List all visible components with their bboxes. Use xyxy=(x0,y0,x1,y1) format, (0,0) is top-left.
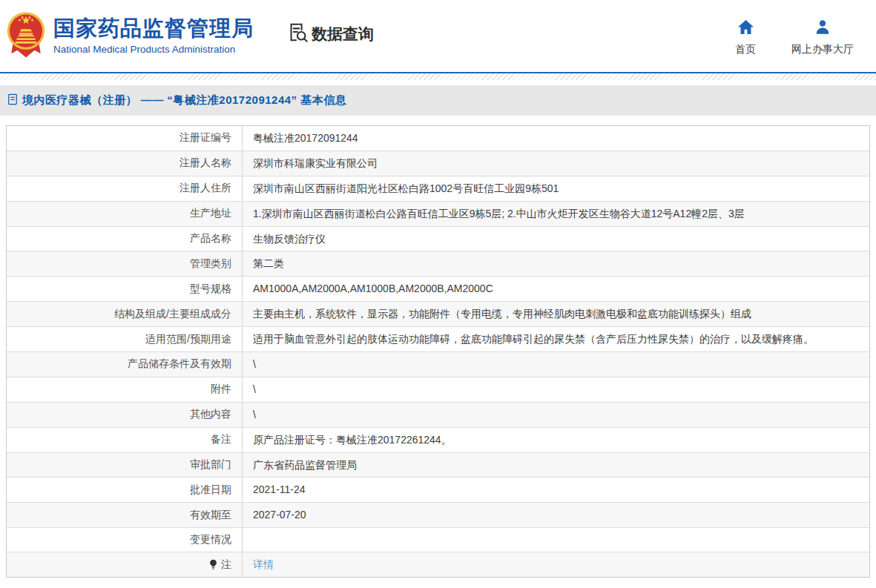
row-value-text: 原产品注册证号：粤械注准20172261244。 xyxy=(253,433,452,447)
table-row: 结构及组成/主要组成成分主要由主机，系统软件，显示器，功能附件（专用电缆，专用神… xyxy=(7,302,869,327)
row-label: 注 xyxy=(7,552,243,577)
row-value: 深圳市南山区西丽街道阳光社区松白路1002号百旺信工业园9栋501 xyxy=(243,176,869,201)
table-row: 适用范围/预期用途适用于脑血管意外引起的肢体运动功能障碍，盆底功能障碍引起的尿失… xyxy=(7,327,869,352)
row-label-text: 产品名称 xyxy=(190,232,231,245)
row-label: 变更情况 xyxy=(7,528,243,552)
row-label: 审批部门 xyxy=(7,453,243,478)
row-label-text: 其他内容 xyxy=(190,408,231,421)
row-label-text: 注册人名称 xyxy=(180,156,231,170)
row-value: 第二类 xyxy=(243,251,869,276)
row-label: 有效期至 xyxy=(7,503,243,527)
row-value-text: 1.深圳市南山区西丽街道松白公路百旺信工业区9栋5层; 2.中山市火炬开发区生物… xyxy=(253,207,745,221)
row-label: 适用范围/预期用途 xyxy=(7,327,243,351)
row-label-text: 型号规格 xyxy=(190,283,231,296)
row-value-text: 适用于脑血管意外引起的肢体运动功能障碍，盆底功能障碍引起的尿失禁（含产后压力性尿… xyxy=(253,332,814,346)
table-row: 审批部门广东省药品监督管理局 xyxy=(7,453,869,478)
row-value: 粤械注准20172091244 xyxy=(243,126,869,151)
row-label: 注册人住所 xyxy=(7,176,243,201)
row-label-text: 备注 xyxy=(211,433,231,446)
nav-label-home: 首页 xyxy=(735,43,756,56)
row-value: AM1000A,AM2000A,AM1000B,AM2000B,AM2000C xyxy=(243,277,869,301)
nav-label-service-hall: 网上办事大厅 xyxy=(791,43,854,56)
row-value-text: \ xyxy=(253,383,256,397)
row-value-text: \ xyxy=(253,408,256,422)
nav-item-service-hall[interactable]: 网上办事大厅 xyxy=(791,19,854,56)
table-row: 注册人名称深圳市科瑞康实业有限公司 xyxy=(7,151,869,176)
row-label: 备注 xyxy=(7,428,243,452)
row-value xyxy=(243,528,869,552)
table-row: 产品名称生物反馈治疗仪 xyxy=(7,227,869,252)
user-icon xyxy=(814,19,831,38)
row-value-text: 粤械注准20172091244 xyxy=(253,131,358,145)
row-value: 2027-07-20 xyxy=(243,503,869,527)
breadcrumb-bar: 境内医疗器械（注册） —— “粤械注准20172091244” 基本信息 xyxy=(0,85,876,116)
row-label: 附件 xyxy=(7,377,243,402)
brand-text: 国家药品监督管理局 National Medical Products Admi… xyxy=(53,17,254,55)
table-row: 批准日期2021-11-24 xyxy=(7,478,869,503)
row-label: 注册人名称 xyxy=(7,151,243,176)
nav-item-home[interactable]: 首页 xyxy=(735,19,756,56)
table-row: 产品储存条件及有效期\ xyxy=(7,352,869,377)
row-label-text: 变更情况 xyxy=(190,533,231,546)
row-label-text: 附件 xyxy=(211,383,231,396)
row-label-text: 注 xyxy=(221,558,231,572)
row-value-text: 2021-11-24 xyxy=(253,483,306,497)
hatch-strip xyxy=(0,73,876,80)
row-value-text: 深圳市南山区西丽街道阳光社区松白路1002号百旺信工业园9栋501 xyxy=(253,182,559,196)
document-icon xyxy=(7,93,18,108)
row-label-text: 生产地址 xyxy=(190,207,231,220)
row-value-text: 生物反馈治疗仪 xyxy=(253,232,326,246)
row-value: 广东省药品监督管理局 xyxy=(243,453,869,478)
row-label: 产品名称 xyxy=(7,227,243,251)
table-row: 管理类别第二类 xyxy=(7,251,869,277)
row-label: 管理类别 xyxy=(7,251,243,276)
site-subtitle: National Medical Products Administration xyxy=(53,44,254,55)
row-value: 主要由主机，系统软件，显示器，功能附件（专用电缆，专用神经肌肉电刺激电极和盆底功… xyxy=(243,302,869,326)
home-icon xyxy=(737,19,754,38)
table-row: 注册人住所深圳市南山区西丽街道阳光社区松白路1002号百旺信工业园9栋501 xyxy=(7,176,869,202)
row-value-text: 深圳市科瑞康实业有限公司 xyxy=(253,156,378,171)
table-row: 其他内容\ xyxy=(7,403,869,428)
row-value-text: 2027-07-20 xyxy=(253,508,306,522)
document-search-icon xyxy=(286,22,309,47)
row-label: 型号规格 xyxy=(7,277,243,301)
row-label-text: 注册证编号 xyxy=(180,131,231,145)
table-row: 变更情况 xyxy=(7,528,869,552)
table-row: 注册证编号粤械注准20172091244 xyxy=(7,126,869,151)
site-title: 国家药品监督管理局 xyxy=(53,17,254,41)
row-value-text: 广东省药品监督管理局 xyxy=(253,458,357,472)
info-table: 注册证编号粤械注准20172091244注册人名称深圳市科瑞康实业有限公司注册人… xyxy=(6,125,870,578)
data-query-tab[interactable]: 数据查询 xyxy=(286,22,374,47)
row-value: 适用于脑血管意外引起的肢体运动功能障碍，盆底功能障碍引起的尿失禁（含产后压力性尿… xyxy=(243,327,869,351)
page: 国家药品监督管理局 National Medical Products Admi… xyxy=(0,0,876,588)
row-label: 生产地址 xyxy=(7,202,243,226)
table-row: 附件\ xyxy=(7,377,869,403)
row-label-text: 有效期至 xyxy=(190,509,231,522)
row-value: 1.深圳市南山区西丽街道松白公路百旺信工业区9栋5层; 2.中山市火炬开发区生物… xyxy=(243,202,869,226)
row-value: \ xyxy=(243,377,869,402)
row-label: 注册证编号 xyxy=(7,126,243,151)
data-query-label: 数据查询 xyxy=(312,24,374,44)
row-value: 原产品注册证号：粤械注准20172261244。 xyxy=(243,428,869,452)
row-label-text: 审批部门 xyxy=(190,458,231,472)
row-label-text: 适用范围/预期用途 xyxy=(145,333,231,346)
row-label-text: 批准日期 xyxy=(190,483,231,497)
table-row: 有效期至2027-07-20 xyxy=(7,503,869,528)
page-title: 境内医疗器械（注册） —— “粤械注准20172091244” 基本信息 xyxy=(22,93,346,108)
table-row: 生产地址1.深圳市南山区西丽街道松白公路百旺信工业区9栋5层; 2.中山市火炬开… xyxy=(7,202,869,227)
row-label: 结构及组成/主要组成成分 xyxy=(7,302,243,326)
row-label-text: 管理类别 xyxy=(190,257,231,271)
bulb-icon xyxy=(209,559,217,572)
row-value-text: \ xyxy=(253,357,256,371)
row-label-text: 结构及组成/主要组成成分 xyxy=(114,308,231,321)
row-value: 详情 xyxy=(243,552,869,577)
detail-link[interactable]: 详情 xyxy=(253,558,274,572)
table-row: 备注原产品注册证号：粤械注准20172261244。 xyxy=(7,428,869,453)
row-label: 产品储存条件及有效期 xyxy=(7,352,243,377)
row-value: 2021-11-24 xyxy=(243,478,869,502)
row-label-text: 注册人住所 xyxy=(180,182,231,195)
row-value: 生物反馈治疗仪 xyxy=(243,227,869,251)
site-logo[interactable]: 国家药品监督管理局 National Medical Products Admi… xyxy=(6,10,254,62)
site-header: 国家药品监督管理局 National Medical Products Admi… xyxy=(0,0,876,72)
row-label: 批准日期 xyxy=(7,478,243,502)
